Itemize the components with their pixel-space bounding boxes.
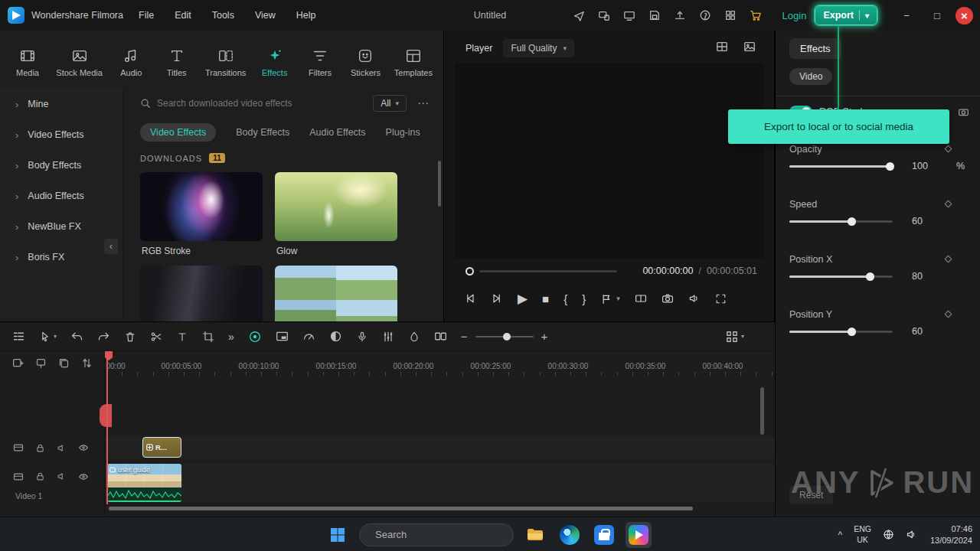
start-button[interactable] [325,522,351,548]
effects-search-input[interactable] [157,98,367,109]
select-tool[interactable]: ▾ [39,331,57,343]
opacity-value[interactable]: 100 [912,161,928,171]
effect-thumbnail-glow[interactable] [275,172,397,241]
seek-handle[interactable] [466,267,474,276]
cart-icon[interactable] [750,9,762,21]
split-view-icon[interactable] [716,41,728,53]
sidebar-item-body-effects[interactable]: ›Body Effects [0,150,122,181]
smart-tool-icon[interactable] [248,330,262,344]
screen-icon[interactable] [623,9,635,21]
quality-dropdown[interactable]: Full Quality ▾ [503,39,574,57]
timeline-horizontal-scrollbar[interactable] [109,507,693,510]
tab-video-effects[interactable]: Video Effects [140,123,216,142]
menu-help[interactable]: Help [296,10,316,21]
chroma-key-icon[interactable] [408,331,420,343]
tab-stock-media[interactable]: Stock Media [56,47,103,77]
next-frame-icon[interactable] [491,292,503,305]
mask-icon[interactable] [329,330,342,343]
export-button[interactable]: Export ▾ [815,5,877,25]
tab-plug-ins[interactable]: Plug-ins [386,127,420,138]
position-x-value[interactable]: 80 [912,271,923,282]
tab-body-effects[interactable]: Body Effects [236,127,289,138]
time-ruler[interactable]: 00:00 00:00:05:00 00:00:10:00 00:00:15:0… [105,351,775,377]
sidebar-item-video-effects[interactable]: ›Video Effects [0,119,122,150]
filter-dropdown[interactable]: All ▾ [373,95,407,112]
stop-icon[interactable]: ■ [542,293,549,305]
mark-in-icon[interactable]: { [564,293,567,305]
effect-thumbnail[interactable] [275,266,397,321]
zoom-slider[interactable] [475,336,534,337]
share-icon[interactable] [573,9,585,21]
slider-handle[interactable] [866,272,874,281]
snapshot-camera-icon[interactable] [662,292,674,305]
network-icon[interactable] [883,529,894,540]
tab-audio-effects[interactable]: Audio Effects [309,127,365,138]
split-compare-icon[interactable] [434,330,447,343]
reorder-tracks-icon[interactable] [81,357,93,369]
effect-thumbnail[interactable] [140,266,263,321]
apps-grid-icon[interactable] [724,9,737,21]
file-explorer-button[interactable] [522,522,548,548]
track-manager-icon[interactable] [12,330,25,343]
tab-titles[interactable]: Titles [160,47,194,77]
login-button[interactable]: Login [782,10,807,21]
keyframe-icon[interactable] [945,256,952,263]
keyframe-icon[interactable] [945,145,952,153]
audio-mixer-icon[interactable] [382,331,394,343]
marker-chevron-icon[interactable]: ▾ [616,295,620,302]
lock-icon[interactable] [35,471,45,481]
position-y-slider[interactable] [789,331,893,333]
export-chevron-icon[interactable]: ▾ [865,11,869,20]
sidebar-collapse-button[interactable]: ‹ [104,239,118,254]
add-media-icon[interactable] [12,357,24,369]
menu-edit[interactable]: Edit [175,10,191,21]
volume-tray-icon[interactable] [906,529,917,540]
effects-scrollbar[interactable] [438,161,441,207]
compare-screen-icon[interactable] [635,292,647,305]
tab-audio[interactable]: Audio [114,47,148,77]
menu-file[interactable]: File [139,10,154,21]
more-tools-icon[interactable]: » [228,331,234,343]
play-icon[interactable]: ▶ [518,292,528,305]
crop-icon[interactable] [202,331,214,343]
position-x-slider[interactable] [789,276,893,278]
previous-frame-icon[interactable] [464,292,476,305]
background-image-icon[interactable] [743,41,756,53]
tab-templates[interactable]: Templates [394,47,433,77]
tab-filters[interactable]: Filters [303,47,337,77]
maximize-button[interactable]: □ [922,0,952,31]
zoom-in-icon[interactable]: + [541,330,548,343]
pip-icon[interactable] [276,330,289,343]
device-connect-icon[interactable] [598,9,610,21]
hide-track-icon[interactable] [78,442,89,453]
track-type-icon[interactable] [13,442,24,453]
keyframe-icon[interactable] [945,311,952,318]
video-preview[interactable] [455,63,763,259]
more-options-icon[interactable]: ⋯ [417,96,430,110]
marker-track-icon[interactable] [35,357,47,369]
marker-icon[interactable] [600,293,612,305]
support-icon[interactable] [699,9,711,21]
clock[interactable]: 07:46 13/09/2024 [930,523,972,546]
properties-tab-effects[interactable]: Effects [789,38,841,59]
undo-icon[interactable] [70,330,83,343]
timeline-vertical-scrollbar[interactable] [760,387,764,435]
slider-handle[interactable] [848,328,856,336]
video-clip-user-guide[interactable]: user guide [107,464,181,502]
tab-effects[interactable]: Effects [258,47,292,77]
sidebar-item-newblue-fx[interactable]: ›NewBlue FX [0,211,122,242]
zoom-handle[interactable] [503,333,511,341]
speed-icon[interactable] [302,330,315,343]
playhead[interactable] [106,351,108,504]
tab-transitions[interactable]: Transitions [205,47,246,77]
sidebar-item-mine[interactable]: ›Mine [0,89,122,119]
tray-expand-icon[interactable]: ^ [838,530,843,540]
tab-stickers[interactable]: Stickers [348,47,382,77]
text-tool-icon[interactable] [176,331,188,343]
speed-value[interactable]: 60 [912,216,923,227]
menu-view[interactable]: View [255,10,276,21]
effect-clip-rgb-stroke[interactable]: R... [142,437,181,458]
language-indicator[interactable]: ENG UK [854,524,871,544]
taskbar-search-input[interactable] [375,529,510,540]
minimize-button[interactable]: − [891,0,922,31]
